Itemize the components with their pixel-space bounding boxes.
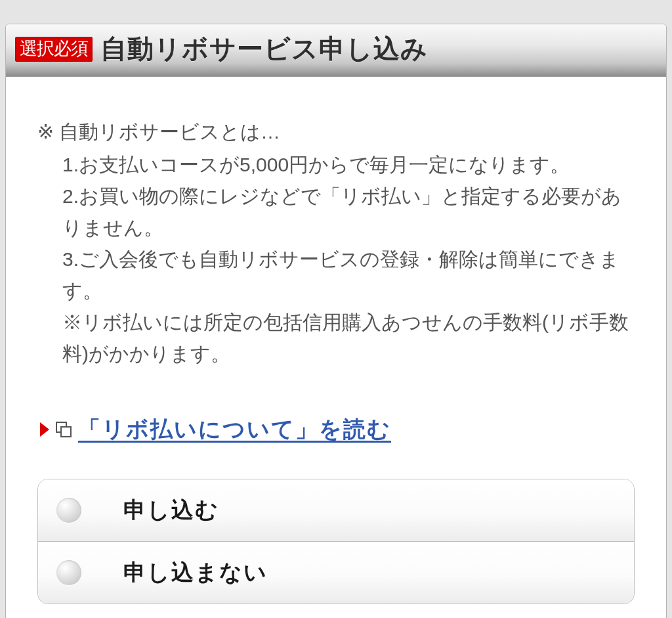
note-mark: ※ xyxy=(37,116,54,148)
apply-options: 申し込む 申し込まない xyxy=(37,479,635,604)
description-item: 1.お支払いコースが5,000円からで毎月一定になります。 xyxy=(62,149,635,181)
description-lead: 自動リボサービスとは… xyxy=(59,116,280,148)
option-decline[interactable]: 申し込まない xyxy=(38,541,634,604)
description-item: ※リボ払いには所定の包括信用購入あつせんの手数料(リボ手数料)がかかります。 xyxy=(62,307,635,370)
option-decline-label: 申し込まない xyxy=(123,558,268,588)
description-lead-row: ※ 自動リボサービスとは… xyxy=(37,116,635,148)
description-items: 1.お支払いコースが5,000円からで毎月一定になります。 2.お買い物の際にレ… xyxy=(37,149,635,370)
panel-body: ※ 自動リボサービスとは… 1.お支払いコースが5,000円からで毎月一定になり… xyxy=(6,77,666,618)
triangle-right-icon xyxy=(40,422,49,437)
description-item: 3.ご入会後でも自動リボサービスの登録・解除は簡単にできます。 xyxy=(62,244,635,307)
required-badge: 選択必須 xyxy=(15,37,93,62)
new-window-icon xyxy=(56,422,72,437)
panel-header: 選択必須 自動リボサービス申し込み xyxy=(6,24,666,77)
radio-icon xyxy=(56,560,81,585)
read-about-revo-link[interactable]: 「リボ払いについて」を読む xyxy=(78,414,391,445)
option-apply[interactable]: 申し込む xyxy=(38,479,634,541)
description-item: 2.お買い物の際にレジなどで「リボ払い」と指定する必要がありません。 xyxy=(62,181,635,244)
radio-icon xyxy=(56,498,81,523)
panel-title: 自動リボサービス申し込み xyxy=(100,31,428,67)
read-about-revo-link-row: 「リボ払いについて」を読む xyxy=(37,414,635,445)
option-apply-label: 申し込む xyxy=(123,495,219,525)
page: 選択必須 自動リボサービス申し込み ※ 自動リボサービスとは… 1.お支払いコー… xyxy=(0,0,672,618)
revo-panel: 選択必須 自動リボサービス申し込み ※ 自動リボサービスとは… 1.お支払いコー… xyxy=(5,24,667,618)
service-description: ※ 自動リボサービスとは… 1.お支払いコースが5,000円からで毎月一定になり… xyxy=(37,116,635,370)
